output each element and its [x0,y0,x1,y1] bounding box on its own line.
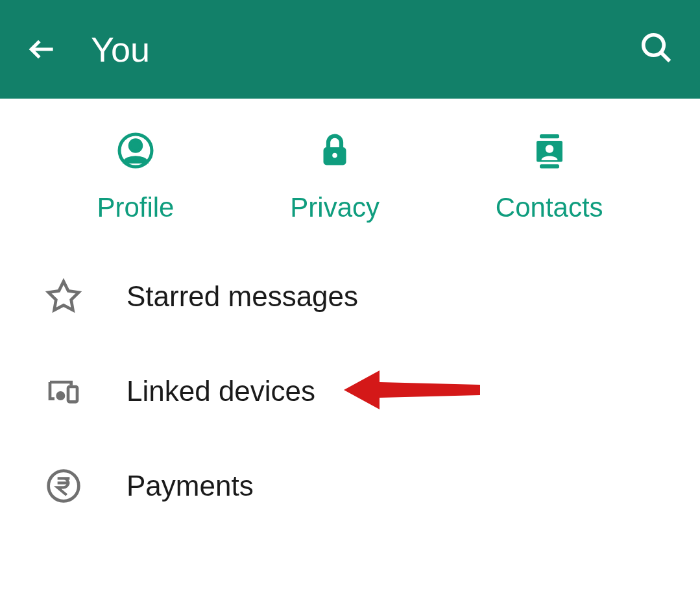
svg-rect-13 [68,387,77,402]
search-icon [639,30,674,66]
rupee-icon [45,468,84,504]
starred-messages-item[interactable]: Starred messages [0,249,700,344]
page-title: You [91,29,150,69]
svg-marker-11 [49,282,79,310]
profile-label: Profile [97,192,174,223]
starred-messages-label: Starred messages [127,280,358,313]
svg-rect-10 [540,164,559,168]
star-icon [45,278,84,315]
svg-point-12 [58,393,64,398]
contacts-label: Contacts [496,192,603,223]
contacts-action[interactable]: Contacts [496,131,603,223]
payments-item[interactable]: Payments [0,439,700,533]
profile-action[interactable]: Profile [97,131,174,223]
profile-icon [116,131,155,173]
svg-point-9 [545,145,553,153]
svg-point-6 [332,153,337,158]
svg-rect-7 [540,134,559,138]
lock-icon [315,131,354,173]
back-button[interactable] [26,33,58,66]
svg-point-1 [644,35,664,56]
svg-marker-14 [344,370,480,409]
svg-point-15 [49,471,79,502]
contacts-icon [530,131,569,173]
privacy-action[interactable]: Privacy [290,131,380,223]
search-button[interactable] [639,30,674,68]
arrow-left-icon [26,33,58,66]
svg-point-4 [130,140,141,152]
svg-line-2 [661,53,670,62]
quick-actions-row: Profile Privacy Contacts [0,99,700,249]
settings-list: Starred messages Linked devices Payments [0,249,700,533]
annotation-arrow-icon [344,364,487,418]
linked-devices-item[interactable]: Linked devices [0,344,700,439]
payments-label: Payments [127,470,254,502]
privacy-label: Privacy [290,192,380,223]
devices-icon [45,373,84,409]
app-header: You [0,0,700,99]
linked-devices-label: Linked devices [127,375,315,407]
